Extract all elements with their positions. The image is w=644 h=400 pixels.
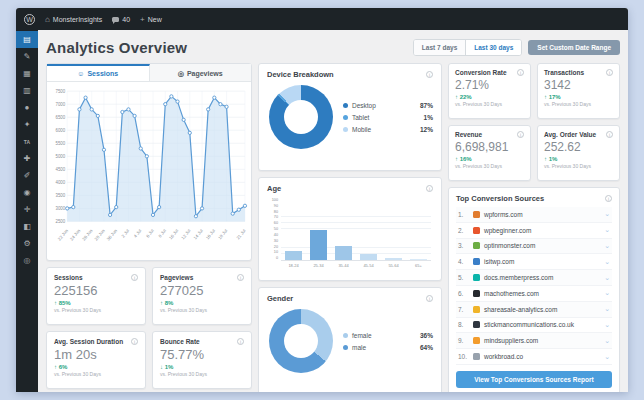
- plugins-icon[interactable]: ✚: [16, 150, 38, 167]
- source-row-isitwp.com[interactable]: 4.isitwp.com⌄: [456, 254, 612, 270]
- last-30-days-button[interactable]: Last 30 days: [465, 40, 521, 55]
- svg-text:6 Jul: 6 Jul: [145, 228, 155, 238]
- site-favicon: [473, 306, 480, 313]
- svg-text:5500: 5500: [56, 141, 66, 146]
- svg-text:22 Jun: 22 Jun: [57, 228, 69, 242]
- info-icon[interactable]: i: [131, 274, 138, 281]
- brush-icon[interactable]: ✐: [16, 167, 38, 184]
- source-row-machothemes.com[interactable]: 6.machothemes.com⌄: [456, 286, 612, 302]
- sessions-chart-card: ☺ Sessions ◎ Pageviews 25003000350040004…: [46, 63, 252, 261]
- source-domain: workbroad.co: [484, 353, 523, 360]
- info-icon[interactable]: i: [237, 274, 244, 281]
- source-row-wpbeginner.com[interactable]: 2.wpbeginner.com⌄: [456, 223, 612, 239]
- stat-delta: ↑ 22%: [455, 94, 524, 100]
- comments-menu[interactable]: 40: [112, 16, 130, 23]
- ta-plugin-icon[interactable]: TA: [16, 133, 38, 150]
- settings-icon[interactable]: ⚙: [16, 235, 38, 252]
- browser-window: W ⌂ MonsterInsights 40 + New ▤✎▦▥●✦TA✚✐◉…: [16, 8, 628, 392]
- sessions-line-chart[interactable]: 2500300035004000450050005500600065007000…: [47, 82, 251, 260]
- stat-delta: ↑ 17%: [544, 94, 613, 100]
- stat-card-sessions: Sessionsi225156↑ 85%vs. Previous 30 Days: [46, 267, 146, 325]
- right-stats-grid: Conversion Ratei2.71%↑ 22%vs. Previous 3…: [448, 63, 620, 181]
- appearance-icon[interactable]: ✦: [16, 116, 38, 133]
- source-row-wpforms.com[interactable]: 1.wpforms.com⌄: [456, 207, 612, 223]
- new-menu[interactable]: + New: [140, 15, 162, 24]
- analytics-icon[interactable]: ◧: [16, 218, 38, 235]
- age-bar-35-44[interactable]: [335, 246, 352, 260]
- info-icon[interactable]: i: [517, 131, 524, 138]
- legend-row-desktop: Desktop87%: [343, 102, 433, 109]
- svg-text:7500: 7500: [56, 89, 66, 94]
- site-favicon: [473, 290, 480, 297]
- tab-pageviews[interactable]: ◎ Pageviews: [150, 64, 252, 81]
- eye-icon: ◎: [178, 70, 184, 78]
- stat-label: Conversion Rate: [455, 69, 507, 76]
- stat-delta: ↑ 1%: [544, 156, 613, 162]
- info-icon[interactable]: i: [426, 185, 433, 192]
- stat-value: 6,698,981: [455, 140, 524, 154]
- users-icon[interactable]: ◉: [16, 184, 38, 201]
- site-favicon: [473, 242, 480, 249]
- source-rank: 5.: [458, 274, 469, 281]
- stat-sub: vs. Previous 30 Days: [160, 307, 244, 313]
- source-rank: 4.: [458, 258, 469, 265]
- info-icon[interactable]: i: [237, 338, 244, 345]
- svg-text:2500: 2500: [56, 219, 66, 224]
- stat-label: Bounce Rate: [160, 338, 200, 345]
- source-row-docs.memberpress.com[interactable]: 5.docs.memberpress.com⌄: [456, 270, 612, 286]
- last-7-days-button[interactable]: Last 7 days: [414, 40, 465, 55]
- age-bar-65+[interactable]: [410, 259, 427, 260]
- source-domain: machothemes.com: [484, 290, 539, 297]
- info-icon[interactable]: i: [426, 71, 433, 78]
- device-breakdown-title: Device Breakdown: [267, 70, 334, 79]
- info-icon[interactable]: i: [426, 295, 433, 302]
- svg-text:21 Jul: 21 Jul: [236, 228, 247, 240]
- age-bar-chart[interactable]: [281, 199, 431, 261]
- info-icon[interactable]: i: [131, 338, 138, 345]
- stat-delta: ↑ 16%: [455, 156, 524, 162]
- legend-row-female: female36%: [343, 332, 433, 339]
- source-row-mindsuppliers.com[interactable]: 9.mindsuppliers.com⌄: [456, 333, 612, 349]
- source-row-workbroad.co[interactable]: 10.workbroad.co⌄: [456, 349, 612, 365]
- stat-delta: ↓ 1%: [160, 364, 244, 370]
- source-row-stickmancommunications.co.uk[interactable]: 8.stickmancommunications.co.uk⌄: [456, 318, 612, 334]
- stat-card-avg-order-value: Avg. Order Valuei252.62↑ 1%vs. Previous …: [537, 125, 620, 181]
- svg-text:5000: 5000: [56, 154, 66, 159]
- legend-value: 36%: [420, 332, 433, 339]
- gender-donut-chart[interactable]: [269, 309, 333, 373]
- page-title: Analytics Overview: [46, 39, 187, 56]
- pages-icon[interactable]: ▥: [16, 82, 38, 99]
- source-row-optinmonster.com[interactable]: 3.optinmonster.com⌄: [456, 239, 612, 255]
- comments-icon[interactable]: ●: [16, 99, 38, 116]
- dashboard-icon[interactable]: ▤: [16, 31, 38, 48]
- tab-sessions[interactable]: ☺ Sessions: [47, 64, 150, 81]
- source-row-shareasale-analytics.com[interactable]: 7.shareasale-analytics.com⌄: [456, 302, 612, 318]
- set-custom-date-range-button[interactable]: Set Custom Date Range: [528, 40, 620, 55]
- info-icon[interactable]: i: [606, 131, 613, 138]
- view-sources-report-button[interactable]: View Top Conversions Sources Report: [456, 371, 612, 388]
- posts-icon[interactable]: ✎: [16, 48, 38, 65]
- gender-legend: female36%male64%: [343, 332, 433, 351]
- source-rank: 8.: [458, 321, 469, 328]
- legend-dot: [343, 345, 348, 350]
- legend-value: 87%: [420, 102, 433, 109]
- age-bar-55-64[interactable]: [385, 258, 402, 260]
- media-icon[interactable]: ▦: [16, 65, 38, 82]
- tools-icon[interactable]: ✛: [16, 201, 38, 218]
- source-rank: 6.: [458, 290, 469, 297]
- stat-label: Pageviews: [160, 274, 193, 281]
- age-bar-18-24[interactable]: [285, 251, 302, 260]
- collapse-icon[interactable]: ◎: [16, 252, 38, 269]
- info-icon[interactable]: i: [605, 195, 612, 202]
- svg-text:3000: 3000: [56, 206, 66, 211]
- info-icon[interactable]: i: [606, 69, 613, 76]
- svg-text:16 Jul: 16 Jul: [205, 228, 216, 240]
- site-menu[interactable]: ⌂ MonsterInsights: [45, 15, 102, 24]
- age-bar-45-54[interactable]: [360, 254, 377, 260]
- wordpress-logo-icon[interactable]: W: [24, 14, 35, 25]
- plus-icon: +: [140, 15, 145, 24]
- age-bar-25-34[interactable]: [310, 230, 327, 260]
- device-donut-chart[interactable]: [269, 85, 333, 149]
- svg-text:8 Jul: 8 Jul: [157, 228, 167, 238]
- info-icon[interactable]: i: [517, 69, 524, 76]
